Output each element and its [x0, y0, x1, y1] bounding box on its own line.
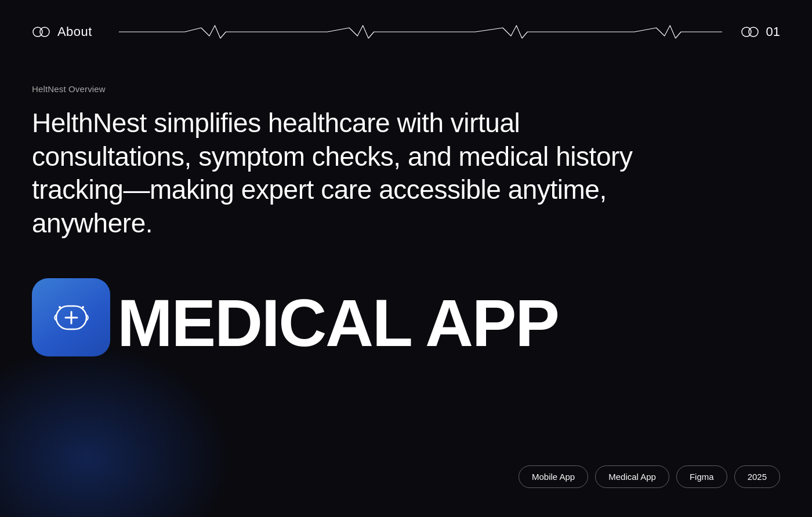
top-navigation: About 01	[0, 0, 812, 64]
svg-point-7	[59, 306, 61, 308]
nav-left: About	[32, 23, 107, 41]
nav-logo-icon	[32, 23, 50, 41]
nav-right: 01	[734, 23, 780, 41]
nav-heartbeat-line	[119, 23, 722, 41]
nav-right-icon	[741, 23, 759, 41]
description-text: HelthNest simplifies healthcare with vir…	[32, 107, 641, 240]
main-content: HeltNest Overview HelthNest simplifies h…	[32, 84, 780, 240]
tag-figma[interactable]: Figma	[676, 465, 727, 488]
tag-mobile-app[interactable]: Mobile App	[519, 465, 588, 488]
app-icon	[32, 278, 110, 356]
overview-label: HeltNest Overview	[32, 84, 780, 94]
tags-area: Mobile App Medical App Figma 2025	[519, 465, 780, 488]
svg-point-1	[40, 27, 49, 37]
nav-page-number: 01	[766, 24, 780, 39]
nav-about-label: About	[57, 24, 92, 39]
app-brand-area: MEDICAL APP	[32, 278, 559, 356]
svg-point-3	[749, 27, 758, 37]
background-glow	[0, 343, 232, 517]
svg-point-8	[82, 306, 84, 308]
app-title: MEDICAL APP	[117, 290, 559, 356]
tag-year[interactable]: 2025	[734, 465, 780, 488]
tag-medical-app[interactable]: Medical App	[595, 465, 669, 488]
